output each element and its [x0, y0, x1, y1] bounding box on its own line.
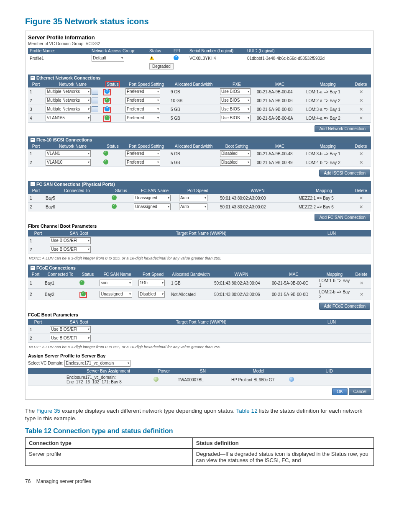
delete-icon[interactable]: ✕: [359, 98, 363, 103]
add-fcsan-button[interactable]: Add FC SAN Connection: [315, 214, 370, 221]
select[interactable]: Auto: [179, 203, 207, 210]
select[interactable]: Use BIOS: [220, 88, 251, 95]
serial-lbl: Serial Number (Logical): [188, 48, 246, 54]
table-row: 1Bay1san1Gb1 GB50:01:43:80:02:A3:00:0400…: [28, 278, 371, 289]
figure-link[interactable]: Figure 35: [36, 408, 60, 414]
doc-th2: Status definition: [192, 438, 373, 449]
page-footer: 76 Managing server profiles: [25, 478, 374, 484]
select[interactable]: Use BIOS: [220, 106, 251, 113]
select[interactable]: Preferred: [125, 159, 160, 166]
delete-icon[interactable]: ✕: [359, 204, 363, 209]
select[interactable]: Use BIOS/EFI: [50, 237, 91, 244]
iscsi-table: Port Network Name Status Port Speed Sett…: [28, 143, 371, 167]
add-fcoe-button[interactable]: Add FCoE Connection: [319, 303, 370, 310]
table-link[interactable]: Table 12: [236, 408, 258, 414]
vc-domain-select[interactable]: Enclosure171_vc_domain: [64, 360, 130, 367]
select[interactable]: Unassigned: [100, 291, 132, 298]
ethernet-section-header[interactable]: −Ethernet Network Connections: [28, 75, 371, 81]
select[interactable]: Use BIOS/EFI: [50, 326, 91, 333]
select[interactable]: san: [100, 280, 132, 286]
delete-icon[interactable]: ✕: [359, 116, 363, 121]
select[interactable]: Multiple Networks: [46, 88, 91, 95]
member-text: Member of VC Domain Group: VCDG2: [28, 41, 371, 46]
ok-icon: [105, 98, 110, 103]
select[interactable]: VLAN165: [46, 115, 91, 121]
fcsan-table: Port Connected To Status FC SAN Name Por…: [28, 188, 371, 211]
ok-icon: [81, 291, 86, 296]
ok-icon: [112, 195, 117, 200]
delete-icon[interactable]: ✕: [360, 280, 363, 285]
select[interactable]: Multiple Networks: [46, 106, 91, 113]
select[interactable]: Auto: [179, 195, 207, 201]
cancel-button[interactable]: Cancel: [349, 388, 371, 395]
network-icon[interactable]: [92, 106, 98, 112]
power-icon: [153, 377, 159, 382]
select[interactable]: Unassigned: [134, 203, 171, 210]
select[interactable]: VLAN1: [46, 150, 91, 157]
fcoe-boot-title: FCoE Boot Parameters: [28, 312, 371, 317]
collapse-icon[interactable]: −: [31, 76, 35, 80]
select[interactable]: Disabled: [220, 159, 251, 166]
add-iscsi-button[interactable]: Add iSCSI Connection: [319, 170, 370, 177]
table-row: 2Use BIOS/EFI: [28, 334, 371, 343]
collapse-icon[interactable]: −: [31, 182, 35, 186]
fc-boot-table: Port SAN Boot Target Port Name (WWPN) LU…: [28, 230, 371, 254]
table-row: 1Use BIOS/EFI: [28, 236, 371, 245]
select[interactable]: Preferred: [125, 150, 160, 157]
select[interactable]: Multiple Networks: [46, 97, 91, 104]
iscsi-section-header[interactable]: −Flex-10 iSCSI Connections: [28, 136, 371, 143]
doc-r1c1: Server profile: [26, 449, 193, 466]
fc-boot-note: NOTE: A LUN can be a 3-digit integer fro…: [29, 256, 371, 260]
select[interactable]: Preferred: [125, 97, 160, 104]
select[interactable]: Use BIOS/EFI: [50, 246, 91, 253]
select[interactable]: Disabled: [220, 150, 251, 157]
network-icon[interactable]: [92, 89, 98, 95]
doc-th1: Connection type: [26, 438, 193, 449]
select[interactable]: 1Gb: [138, 280, 165, 286]
fcsan-section-header[interactable]: −FC SAN Connections (Physical Ports): [28, 181, 371, 188]
select[interactable]: Use BIOS: [220, 97, 251, 104]
select[interactable]: Unassigned: [134, 195, 171, 201]
select[interactable]: Preferred: [125, 115, 160, 121]
degraded-status: Degraded: [149, 63, 174, 69]
ethernet-table: Port Network Name Status Port Speed Sett…: [28, 81, 371, 123]
assign-title: Assign Server Profile to Server Bay: [28, 353, 371, 358]
profile-header-table: Profile Name: Network Access Group: Stat…: [28, 48, 371, 70]
fcoe-boot-note: NOTE: A LUN can be a 3-digit integer fro…: [29, 344, 371, 349]
select[interactable]: Preferred: [125, 88, 160, 95]
table-title: Table 12 Connection type and status defi…: [25, 427, 374, 435]
question-icon: [105, 106, 110, 111]
table-row: 1Multiple NetworksPreferred9 GBUse BIOS0…: [28, 87, 371, 96]
delete-icon[interactable]: ✕: [359, 89, 363, 94]
collapse-icon[interactable]: −: [31, 138, 35, 142]
select[interactable]: VLAN10: [46, 159, 91, 166]
collapse-icon[interactable]: −: [31, 266, 35, 270]
fc-boot-title: Fibre Channel Boot Parameters: [28, 224, 371, 229]
delete-icon[interactable]: ✕: [359, 195, 363, 200]
select[interactable]: Preferred: [125, 106, 160, 113]
select[interactable]: Disabled: [138, 291, 165, 298]
select[interactable]: Use BIOS/EFI: [50, 335, 91, 342]
delete-icon[interactable]: ✕: [359, 107, 363, 112]
profile-name-lbl: Profile Name:: [28, 48, 90, 54]
delete-icon[interactable]: ✕: [360, 292, 363, 297]
table-row: 2Multiple NetworksPreferred10 GBUse BIOS…: [28, 96, 371, 105]
uuid-lbl: UUID (Logical): [246, 48, 371, 54]
fcoe-boot-table: Port SAN Boot Target Port Name (WWPN) LU…: [28, 319, 371, 343]
network-icon[interactable]: [92, 98, 98, 103]
uid-icon[interactable]: [289, 377, 294, 382]
ok-icon: [103, 159, 108, 164]
delete-icon[interactable]: ✕: [359, 160, 363, 165]
delete-icon[interactable]: ✕: [359, 151, 363, 156]
nag-lbl: Network Access Group:: [90, 48, 148, 54]
table-row: 2Bay2UnassignedDisabledNot Allocated50:0…: [28, 289, 371, 300]
ok-button[interactable]: OK: [332, 388, 347, 395]
question-icon: [105, 89, 110, 94]
add-network-button[interactable]: Add Network Connection: [315, 125, 370, 132]
select[interactable]: Use BIOS: [220, 115, 251, 121]
figure-title: Figure 35 Network status icons: [25, 17, 374, 26]
table-row: 1Use BIOS/EFI: [28, 325, 371, 334]
select-vc-lbl: Select VC Domain:: [28, 361, 63, 365]
nag-select[interactable]: Default: [92, 55, 124, 62]
fcoe-section-header[interactable]: −FCoE Connections: [28, 265, 371, 271]
